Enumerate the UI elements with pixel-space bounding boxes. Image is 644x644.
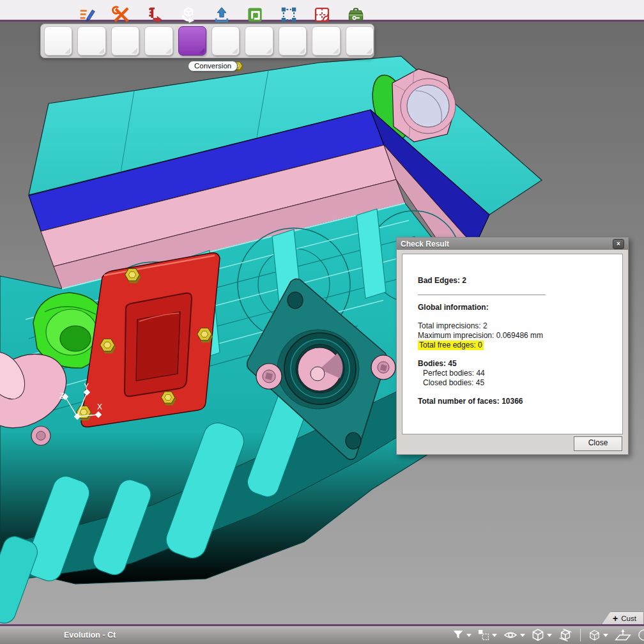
clip-box-icon [558, 629, 572, 641]
axis-label-z: Z [59, 392, 64, 401]
status-bar: Evolution - Ct [0, 626, 644, 644]
toolbar-button-export[interactable] [211, 26, 240, 56]
app-title: Evolution - Ct [64, 631, 116, 640]
dialog-title-text: Check Result [401, 240, 449, 249]
check-result-dialog: Check Result × Bad Edges: 2 Global infor… [396, 237, 629, 455]
chevron-down-icon [466, 634, 471, 637]
render-mode-control[interactable] [636, 627, 644, 643]
view-cube-control[interactable] [587, 628, 610, 643]
visibility-control[interactable] [502, 629, 526, 641]
view-cube-icon [588, 629, 601, 641]
perfect-bodies-line: Perfect bodies: 44 [418, 369, 622, 378]
filter-control[interactable] [451, 629, 473, 641]
toolbar-button-healing[interactable] [144, 26, 172, 56]
bad-edges-line: Bad Edges: 2 [418, 276, 622, 286]
total-imprecisions-line: Total imprecisions: 2 [418, 321, 622, 331]
display-mode-control[interactable] [530, 627, 553, 643]
toolbar-button-bounds[interactable] [279, 26, 307, 56]
customize-label: Cust [621, 615, 636, 622]
axis-label-x: X [97, 402, 102, 411]
render-mode-icon [638, 629, 644, 641]
max-imprecision-line: Maximum imprecision: 0.069486 mm [418, 331, 622, 341]
total-free-edges-line: Total free edges: 0 [418, 341, 484, 350]
visibility-icon [503, 630, 518, 640]
total-faces-line: Total number of faces: 10366 [418, 397, 622, 406]
global-info-header: Global information: [418, 303, 622, 312]
selection-filter-control[interactable] [477, 628, 498, 642]
toolbar-button-verify[interactable] [44, 26, 72, 56]
conversion-tooltip: Conversion [188, 61, 238, 72]
dialog-title-bar[interactable]: Check Result × [397, 238, 628, 250]
axis-label-y: Y [84, 382, 89, 391]
clip-box-control[interactable] [557, 627, 574, 643]
toolbar-button-conversion[interactable] [178, 26, 206, 56]
toolbar-button-annotate[interactable] [77, 26, 105, 56]
chevron-down-icon [492, 634, 497, 637]
datum-plane-icon [615, 629, 631, 641]
display-mode-icon [532, 629, 544, 641]
chevron-down-icon [547, 634, 552, 637]
plus-icon: + [613, 614, 618, 623]
dialog-close-icon[interactable]: × [613, 239, 624, 249]
status-separator [580, 629, 581, 641]
datum-plane-control[interactable] [613, 627, 632, 643]
chevron-down-icon [520, 634, 525, 637]
quick-access-toolbar [40, 24, 374, 58]
toolbar-button-tools[interactable] [111, 26, 139, 56]
toolbar-button-toolbox[interactable] [346, 26, 374, 56]
filter-icon [452, 630, 464, 640]
selection-filter-icon [478, 629, 489, 641]
dialog-content-panel: Bad Edges: 2 Global information: Total i… [402, 254, 623, 434]
toolbar-button-sheet[interactable] [312, 26, 340, 56]
close-button[interactable]: Close [574, 436, 622, 451]
chevron-down-icon [603, 634, 608, 637]
bodies-line: Bodies: 45 [418, 359, 622, 369]
toolbar-button-frame[interactable] [245, 26, 273, 56]
closed-bodies-line: Closed bodies: 45 [418, 378, 622, 388]
dialog-divider [418, 295, 546, 295]
